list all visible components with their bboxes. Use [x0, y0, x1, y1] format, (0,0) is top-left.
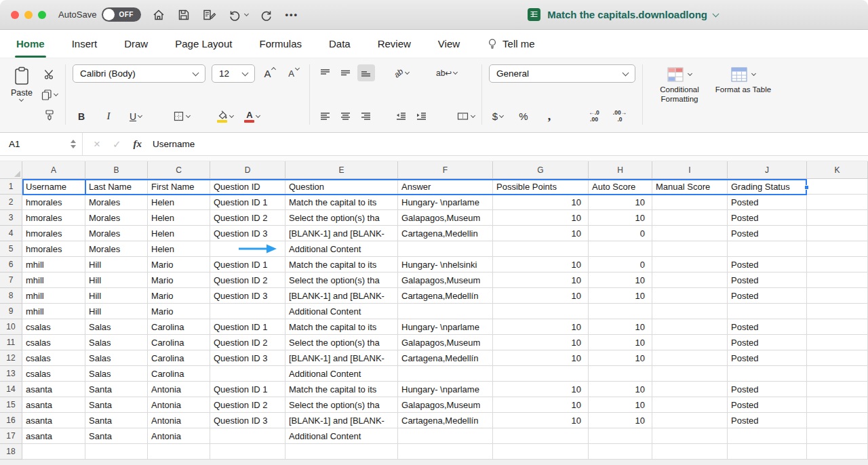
autosave-toggle[interactable]: OFF [102, 7, 141, 22]
cell-G3[interactable]: 10 [493, 210, 589, 226]
cell-E4[interactable]: [BLANK-1] and [BLANK- [285, 226, 398, 241]
stepper-up-icon[interactable] [71, 140, 76, 143]
formula-input[interactable]: Username [153, 133, 195, 155]
cell-B4[interactable]: Morales [85, 226, 148, 241]
cell-I11[interactable] [652, 335, 728, 350]
row-header-15[interactable]: 15 [0, 397, 22, 413]
cell-G12[interactable]: 10 [493, 350, 589, 366]
cell-E18[interactable] [285, 444, 398, 460]
cell-K3[interactable] [807, 210, 868, 226]
cell-B1[interactable]: Last Name [85, 179, 148, 195]
format-painter-button[interactable] [41, 106, 58, 123]
cell-I8[interactable] [652, 288, 728, 304]
increase-decimal-button[interactable]: ←.0.00 [585, 108, 603, 125]
cell-D12[interactable]: Question ID 3 [210, 350, 285, 366]
cell-G14[interactable]: 10 [493, 382, 589, 397]
tab-formulas[interactable]: Formulas [258, 30, 303, 58]
cell-D11[interactable]: Question ID 2 [210, 335, 285, 350]
grow-font-button[interactable]: A [261, 65, 279, 82]
cell-B15[interactable]: Santa [85, 397, 148, 413]
cell-D16[interactable]: Question ID 3 [210, 413, 285, 428]
cell-G5[interactable] [493, 241, 589, 257]
align-top-button[interactable] [317, 64, 334, 81]
cell-I1[interactable]: Manual Score [652, 179, 728, 195]
column-header-D[interactable]: D [210, 161, 285, 179]
row-header-11[interactable]: 11 [0, 335, 22, 350]
cell-K18[interactable] [807, 444, 868, 460]
cell-F5[interactable] [398, 241, 493, 257]
cell-F14[interactable]: Hungary- \nparlame [398, 382, 493, 397]
save-icon[interactable] [177, 7, 191, 23]
cell-E15[interactable]: Select the option(s) tha [285, 397, 398, 413]
row-header-3[interactable]: 3 [0, 210, 22, 226]
close-window-button[interactable] [11, 11, 19, 19]
cell-B2[interactable]: Morales [85, 195, 148, 210]
cell-H16[interactable]: 10 [589, 413, 652, 428]
cell-C3[interactable]: Helen [148, 210, 210, 226]
cell-B11[interactable]: Salas [85, 335, 148, 350]
row-header-16[interactable]: 16 [0, 413, 22, 428]
row-header-10[interactable]: 10 [0, 319, 22, 335]
cell-I5[interactable] [652, 241, 728, 257]
cell-K4[interactable] [807, 226, 868, 241]
cell-C10[interactable]: Carolina [148, 319, 210, 335]
cell-H8[interactable]: 10 [589, 288, 652, 304]
cell-F6[interactable]: Hungary- \nhelsinki [398, 257, 493, 272]
cell-K2[interactable] [807, 195, 868, 210]
cell-G9[interactable] [493, 304, 589, 319]
cell-G16[interactable]: 10 [493, 413, 589, 428]
cell-J9[interactable] [728, 304, 807, 319]
cell-G8[interactable]: 10 [493, 288, 589, 304]
cell-K8[interactable] [807, 288, 868, 304]
cell-F1[interactable]: Answer [398, 179, 493, 195]
cell-E16[interactable]: [BLANK-1] and [BLANK- [285, 413, 398, 428]
redo-icon[interactable] [260, 7, 273, 23]
cell-H15[interactable]: 10 [589, 397, 652, 413]
cell-J2[interactable]: Posted [728, 195, 807, 210]
cut-button[interactable] [41, 66, 58, 83]
cell-D17[interactable] [210, 428, 285, 444]
orientation-button[interactable]: ab [393, 64, 410, 81]
cell-B10[interactable]: Salas [85, 319, 148, 335]
cell-H17[interactable] [589, 428, 652, 444]
cell-E8[interactable]: [BLANK-1] and [BLANK- [285, 288, 398, 304]
cell-G6[interactable]: 10 [493, 257, 589, 272]
bold-button[interactable]: B [73, 108, 90, 125]
home-icon[interactable] [152, 7, 165, 23]
cell-H12[interactable]: 10 [589, 350, 652, 366]
cell-J17[interactable] [728, 428, 807, 444]
paste-dropdown-chevron-icon[interactable] [19, 97, 24, 102]
tab-tell-me[interactable]: Tell me [486, 30, 536, 58]
cell-C18[interactable] [148, 444, 210, 460]
font-size-select[interactable]: 12 [212, 64, 255, 83]
cell-I15[interactable] [652, 397, 728, 413]
cell-H3[interactable]: 10 [589, 210, 652, 226]
cell-C16[interactable]: Antonia [148, 413, 210, 428]
column-header-A[interactable]: A [22, 161, 85, 179]
cell-J5[interactable] [728, 241, 807, 257]
cell-J4[interactable]: Posted [728, 226, 807, 241]
cell-G10[interactable]: 10 [493, 319, 589, 335]
cell-K14[interactable] [807, 382, 868, 397]
cell-B3[interactable]: Morales [85, 210, 148, 226]
row-header-2[interactable]: 2 [0, 195, 22, 210]
cell-E12[interactable]: [BLANK-1] and [BLANK- [285, 350, 398, 366]
cell-C13[interactable]: Carolina [148, 366, 210, 382]
cell-D14[interactable]: Question ID 1 [210, 382, 285, 397]
cell-H18[interactable] [589, 444, 652, 460]
cell-D6[interactable]: Question ID 1 [210, 257, 285, 272]
cell-H13[interactable] [589, 366, 652, 382]
cell-J12[interactable]: Posted [728, 350, 807, 366]
cell-K9[interactable] [807, 304, 868, 319]
cell-C6[interactable]: Mario [148, 257, 210, 272]
column-header-E[interactable]: E [285, 161, 398, 179]
cell-F9[interactable] [398, 304, 493, 319]
row-header-12[interactable]: 12 [0, 350, 22, 366]
cell-C4[interactable]: Helen [148, 226, 210, 241]
format-as-table-button[interactable]: Format as Table [713, 66, 773, 95]
shrink-font-button[interactable]: A [285, 65, 302, 82]
decrease-decimal-button[interactable]: .00→.0 [611, 108, 629, 125]
cell-K12[interactable] [807, 350, 868, 366]
cell-E17[interactable]: Additional Content [285, 428, 398, 444]
autosave-control[interactable]: AutoSave OFF [58, 7, 141, 22]
